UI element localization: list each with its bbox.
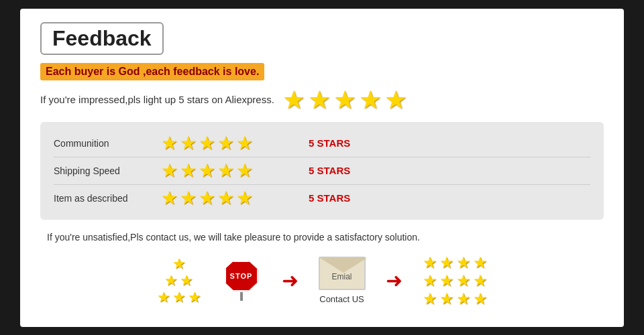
good-star: ★ xyxy=(423,255,437,271)
good-star: ★ xyxy=(439,273,454,289)
large-stars: ★ ★ ★ ★ ★ xyxy=(282,87,407,113)
arrow-icon-2: ➜ xyxy=(386,269,402,292)
stop-octagon: STOP xyxy=(225,261,258,291)
feedback-card: Feedback Each buyer is God ,each feedbac… xyxy=(20,9,624,327)
table-row: Shipping Speed ★ ★ ★ ★ ★ 5 STARS xyxy=(54,157,590,184)
row-label-1: Communition xyxy=(54,138,161,149)
table-row: Item as described ★ ★ ★ ★ ★ 5 STARS xyxy=(54,184,590,212)
good-star: ★ xyxy=(439,291,454,307)
good-star: ★ xyxy=(456,273,471,289)
good-star: ★ xyxy=(456,255,471,271)
unsatisfied-text: If you're unsatisfied,Pls contact us, we… xyxy=(40,232,604,243)
row-stars-3: ★ ★ ★ ★ ★ xyxy=(161,189,295,208)
bad-star: ★ xyxy=(157,290,170,305)
star-1: ★ xyxy=(282,87,305,113)
title-box: Feedback xyxy=(40,22,164,55)
stop-sign: STOP xyxy=(221,261,262,301)
instruction-text: If you're impressed,pls light up 5 stars… xyxy=(40,94,274,105)
bad-star: ★ xyxy=(172,290,186,305)
star-3: ★ xyxy=(333,87,356,113)
email-contact: Emial Contact US xyxy=(319,257,366,304)
row-label-2: Shipping Speed xyxy=(54,165,161,176)
table-row: Communition ★ ★ ★ ★ ★ 5 STARS xyxy=(54,130,590,157)
row-stars-2: ★ ★ ★ ★ ★ xyxy=(161,161,295,180)
tagline-text: Each buyer is God ,each feedback is love… xyxy=(40,63,264,80)
row-badge-3: 5 STARS xyxy=(309,192,350,204)
bad-star: ★ xyxy=(180,273,193,288)
page-title: Feedback xyxy=(52,26,152,50)
row-label-3: Item as described xyxy=(54,193,161,204)
good-star: ★ xyxy=(473,291,488,307)
good-star: ★ xyxy=(473,273,488,289)
good-star: ★ xyxy=(456,291,471,307)
star-2: ★ xyxy=(308,87,331,113)
row-badge-2: 5 STARS xyxy=(309,165,350,176)
good-star: ★ xyxy=(439,255,454,271)
stop-pole xyxy=(240,292,243,301)
email-label: Emial xyxy=(331,272,352,281)
rating-table: Communition ★ ★ ★ ★ ★ 5 STARS Shipping S… xyxy=(40,122,604,220)
bottom-row: ★ ★ ★ ★ ★ ★ STOP ➜ Emial C xyxy=(40,255,604,307)
instruction-row: If you're impressed,pls light up 5 stars… xyxy=(40,87,604,113)
row-badge-1: 5 STARS xyxy=(309,137,350,149)
row-stars-1: ★ ★ ★ ★ ★ xyxy=(161,134,295,153)
good-star: ★ xyxy=(423,291,437,307)
good-stars-group: ★ ★ ★ ★ ★ ★ ★ ★ ★ ★ ★ ★ xyxy=(423,255,488,307)
bad-star: ★ xyxy=(164,273,178,288)
contact-label: Contact US xyxy=(319,294,364,304)
envelope-icon: Emial xyxy=(319,257,366,290)
star-4: ★ xyxy=(359,87,382,113)
star-5: ★ xyxy=(384,87,407,113)
good-star: ★ xyxy=(473,255,488,271)
arrow-icon: ➜ xyxy=(282,269,299,292)
bad-stars-group: ★ ★ ★ ★ ★ ★ xyxy=(157,257,201,305)
bad-star: ★ xyxy=(188,290,201,305)
bad-star: ★ xyxy=(172,257,186,271)
good-star: ★ xyxy=(423,273,437,289)
